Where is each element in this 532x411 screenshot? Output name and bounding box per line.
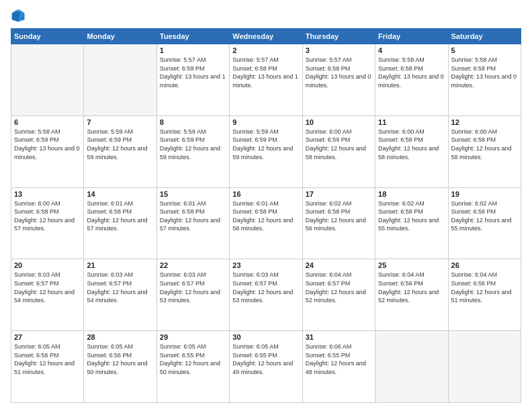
day-number: 31 bbox=[306, 333, 372, 341]
day-info: Sunrise: 6:03 AM Sunset: 6:57 PM Dayligh… bbox=[232, 271, 299, 304]
calendar-cell: 6Sunrise: 5:58 AM Sunset: 6:59 PM Daylig… bbox=[11, 116, 84, 187]
day-info: Sunrise: 6:02 AM Sunset: 6:58 PM Dayligh… bbox=[451, 199, 518, 233]
calendar-cell bbox=[11, 44, 84, 116]
week-row-5: 27Sunrise: 6:05 AM Sunset: 6:56 PM Dayli… bbox=[11, 331, 521, 403]
calendar-cell bbox=[84, 44, 157, 116]
calendar-cell: 1Sunrise: 5:57 AM Sunset: 6:58 PM Daylig… bbox=[157, 44, 229, 116]
week-row-1: 1Sunrise: 5:57 AM Sunset: 6:58 PM Daylig… bbox=[11, 44, 521, 116]
logo bbox=[11, 8, 28, 23]
calendar-cell: 7Sunrise: 5:59 AM Sunset: 6:59 PM Daylig… bbox=[84, 116, 157, 187]
calendar-cell: 28Sunrise: 6:05 AM Sunset: 6:56 PM Dayli… bbox=[84, 331, 157, 403]
day-info: Sunrise: 6:03 AM Sunset: 6:57 PM Dayligh… bbox=[160, 271, 226, 304]
calendar-cell: 10Sunrise: 6:00 AM Sunset: 6:59 PM Dayli… bbox=[302, 116, 375, 187]
calendar-cell: 12Sunrise: 6:00 AM Sunset: 6:58 PM Dayli… bbox=[448, 116, 521, 187]
day-info: Sunrise: 6:00 AM Sunset: 6:59 PM Dayligh… bbox=[306, 128, 372, 161]
calendar-cell: 23Sunrise: 6:03 AM Sunset: 6:57 PM Dayli… bbox=[230, 259, 302, 331]
day-number: 17 bbox=[306, 190, 372, 198]
day-number: 2 bbox=[232, 46, 299, 54]
week-row-4: 20Sunrise: 6:03 AM Sunset: 6:57 PM Dayli… bbox=[11, 259, 521, 331]
calendar-cell: 16Sunrise: 6:01 AM Sunset: 6:58 PM Dayli… bbox=[230, 187, 302, 259]
day-number: 12 bbox=[451, 118, 518, 126]
day-number: 10 bbox=[306, 118, 372, 126]
day-info: Sunrise: 5:59 AM Sunset: 6:59 PM Dayligh… bbox=[232, 128, 299, 161]
calendar-cell: 5Sunrise: 5:58 AM Sunset: 6:58 PM Daylig… bbox=[448, 44, 521, 116]
calendar-cell: 20Sunrise: 6:03 AM Sunset: 6:57 PM Dayli… bbox=[11, 259, 84, 331]
day-number: 19 bbox=[451, 190, 518, 198]
day-info: Sunrise: 5:58 AM Sunset: 6:59 PM Dayligh… bbox=[14, 128, 81, 161]
day-number: 3 bbox=[306, 46, 372, 54]
day-number: 9 bbox=[232, 118, 299, 126]
day-info: Sunrise: 6:05 AM Sunset: 6:56 PM Dayligh… bbox=[14, 342, 81, 376]
calendar-cell: 17Sunrise: 6:02 AM Sunset: 6:58 PM Dayli… bbox=[302, 187, 375, 259]
weekday-header-friday: Friday bbox=[375, 29, 448, 44]
weekday-header-monday: Monday bbox=[84, 29, 157, 44]
day-info: Sunrise: 6:01 AM Sunset: 6:58 PM Dayligh… bbox=[160, 199, 226, 233]
calendar-cell: 11Sunrise: 6:00 AM Sunset: 6:58 PM Dayli… bbox=[375, 116, 448, 187]
calendar-cell: 24Sunrise: 6:04 AM Sunset: 6:57 PM Dayli… bbox=[302, 259, 375, 331]
page: SundayMondayTuesdayWednesdayThursdayFrid… bbox=[0, 0, 532, 411]
calendar-cell: 25Sunrise: 6:04 AM Sunset: 6:56 PM Dayli… bbox=[375, 259, 448, 331]
day-number: 15 bbox=[160, 190, 226, 198]
day-number: 21 bbox=[87, 261, 153, 269]
calendar-cell: 18Sunrise: 6:02 AM Sunset: 6:58 PM Dayli… bbox=[375, 187, 448, 259]
calendar-cell bbox=[448, 331, 521, 403]
day-number: 28 bbox=[87, 333, 153, 341]
week-row-2: 6Sunrise: 5:58 AM Sunset: 6:59 PM Daylig… bbox=[11, 116, 521, 187]
day-info: Sunrise: 5:58 AM Sunset: 6:58 PM Dayligh… bbox=[378, 56, 445, 89]
calendar-cell: 3Sunrise: 5:57 AM Sunset: 6:58 PM Daylig… bbox=[302, 44, 375, 116]
day-number: 26 bbox=[451, 261, 518, 269]
day-number: 11 bbox=[378, 118, 445, 126]
day-info: Sunrise: 5:59 AM Sunset: 6:59 PM Dayligh… bbox=[87, 128, 153, 161]
header bbox=[11, 8, 521, 23]
day-info: Sunrise: 5:59 AM Sunset: 6:59 PM Dayligh… bbox=[160, 128, 226, 161]
calendar-cell: 14Sunrise: 6:01 AM Sunset: 6:58 PM Dayli… bbox=[84, 187, 157, 259]
day-info: Sunrise: 6:03 AM Sunset: 6:57 PM Dayligh… bbox=[14, 271, 81, 304]
calendar-cell: 22Sunrise: 6:03 AM Sunset: 6:57 PM Dayli… bbox=[157, 259, 229, 331]
calendar-cell: 27Sunrise: 6:05 AM Sunset: 6:56 PM Dayli… bbox=[11, 331, 84, 403]
calendar-cell: 9Sunrise: 5:59 AM Sunset: 6:59 PM Daylig… bbox=[230, 116, 302, 187]
weekday-header-sunday: Sunday bbox=[11, 29, 84, 44]
day-info: Sunrise: 6:05 AM Sunset: 6:56 PM Dayligh… bbox=[87, 342, 153, 376]
calendar-cell: 29Sunrise: 6:05 AM Sunset: 6:55 PM Dayli… bbox=[157, 331, 229, 403]
day-number: 7 bbox=[87, 118, 153, 126]
day-number: 25 bbox=[378, 261, 445, 269]
weekday-header-row: SundayMondayTuesdayWednesdayThursdayFrid… bbox=[11, 29, 521, 44]
weekday-header-saturday: Saturday bbox=[448, 29, 521, 44]
calendar-cell: 4Sunrise: 5:58 AM Sunset: 6:58 PM Daylig… bbox=[375, 44, 448, 116]
calendar-cell: 19Sunrise: 6:02 AM Sunset: 6:58 PM Dayli… bbox=[448, 187, 521, 259]
calendar-cell: 30Sunrise: 6:05 AM Sunset: 6:55 PM Dayli… bbox=[230, 331, 302, 403]
day-number: 14 bbox=[87, 190, 153, 198]
day-number: 8 bbox=[160, 118, 226, 126]
day-number: 13 bbox=[14, 190, 81, 198]
day-number: 5 bbox=[451, 46, 518, 54]
day-info: Sunrise: 6:04 AM Sunset: 6:56 PM Dayligh… bbox=[378, 271, 445, 304]
day-info: Sunrise: 5:57 AM Sunset: 6:58 PM Dayligh… bbox=[306, 56, 372, 89]
day-info: Sunrise: 6:03 AM Sunset: 6:57 PM Dayligh… bbox=[87, 271, 153, 304]
calendar-cell: 21Sunrise: 6:03 AM Sunset: 6:57 PM Dayli… bbox=[84, 259, 157, 331]
day-number: 6 bbox=[14, 118, 81, 126]
day-number: 27 bbox=[14, 333, 81, 341]
day-info: Sunrise: 6:00 AM Sunset: 6:58 PM Dayligh… bbox=[14, 199, 81, 233]
day-number: 22 bbox=[160, 261, 226, 269]
logo-icon bbox=[11, 8, 26, 23]
day-info: Sunrise: 6:00 AM Sunset: 6:58 PM Dayligh… bbox=[451, 128, 518, 161]
day-number: 29 bbox=[160, 333, 226, 341]
day-number: 4 bbox=[378, 46, 445, 54]
day-info: Sunrise: 6:05 AM Sunset: 6:55 PM Dayligh… bbox=[160, 342, 226, 376]
day-info: Sunrise: 6:02 AM Sunset: 6:58 PM Dayligh… bbox=[306, 199, 372, 233]
day-info: Sunrise: 5:57 AM Sunset: 6:58 PM Dayligh… bbox=[232, 56, 299, 89]
calendar-cell: 26Sunrise: 6:04 AM Sunset: 6:56 PM Dayli… bbox=[448, 259, 521, 331]
weekday-header-thursday: Thursday bbox=[302, 29, 375, 44]
day-info: Sunrise: 5:57 AM Sunset: 6:58 PM Dayligh… bbox=[160, 56, 226, 89]
day-info: Sunrise: 6:01 AM Sunset: 6:58 PM Dayligh… bbox=[87, 199, 153, 233]
day-number: 16 bbox=[232, 190, 299, 198]
day-info: Sunrise: 6:01 AM Sunset: 6:58 PM Dayligh… bbox=[232, 199, 299, 233]
day-number: 23 bbox=[232, 261, 299, 269]
weekday-header-tuesday: Tuesday bbox=[157, 29, 229, 44]
day-number: 24 bbox=[306, 261, 372, 269]
calendar-cell: 15Sunrise: 6:01 AM Sunset: 6:58 PM Dayli… bbox=[157, 187, 229, 259]
calendar-cell: 13Sunrise: 6:00 AM Sunset: 6:58 PM Dayli… bbox=[11, 187, 84, 259]
day-number: 18 bbox=[378, 190, 445, 198]
calendar-cell: 31Sunrise: 6:06 AM Sunset: 6:55 PM Dayli… bbox=[302, 331, 375, 403]
calendar-cell: 2Sunrise: 5:57 AM Sunset: 6:58 PM Daylig… bbox=[230, 44, 302, 116]
